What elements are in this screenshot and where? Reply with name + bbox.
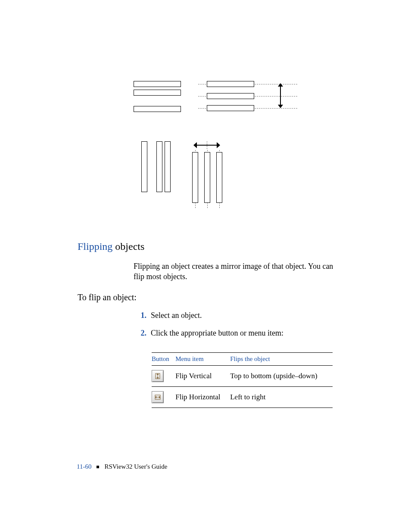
horizontal-spacing-after [192,141,244,208]
spacing-diagrams [134,81,364,208]
step-number: 1. [134,311,146,320]
page-number: 11-60 [77,463,91,470]
vertical-spacing-after [198,81,297,115]
table-header-row: Button Menu item Flips the object [152,352,333,365]
horizontal-spacing-diagram [141,141,364,208]
heading-accent: Flipping [78,241,112,252]
page-content: Flipping objects Flipping an object crea… [0,81,411,408]
flip-vertical-icon [154,373,161,380]
table-row: Flip Vertical Top to bottom (upside–down… [152,365,333,386]
flip-description: Top to bottom (upside–down) [230,365,333,386]
menu-item-label: Flip Vertical [175,365,230,386]
bullet-icon [97,466,99,468]
flip-horizontal-icon [154,394,161,401]
step-number: 2. [134,329,146,338]
flip-description: Left to right [230,386,333,408]
step-text: Select an object. [151,311,202,320]
double-arrow-horizontal-icon [193,142,220,148]
double-arrow-vertical-icon [278,83,283,108]
section-intro: Flipping an object creates a mirror imag… [134,261,340,282]
col-desc: Flips the object [230,352,333,365]
step-1: 1. Select an object. [134,311,364,320]
vertical-spacing-before [134,81,181,112]
flip-horizontal-button[interactable] [152,391,164,403]
page-footer: 11-60 RSView32 User's Guide [77,463,167,470]
vertical-spacing-diagram [134,81,364,115]
step-2: 2. Click the appropriate button or menu … [134,329,364,338]
flip-options-table: Button Menu item Flips the object [152,352,333,408]
menu-item-label: Flip Horizontal [175,386,230,408]
table-row: Flip Horizontal Left to right [152,386,333,408]
col-button: Button [152,352,175,365]
section-heading: Flipping objects [78,241,364,252]
flip-vertical-button[interactable] [152,370,164,382]
heading-rest: objects [112,241,144,252]
step-text: Click the appropriate button or menu ite… [151,329,283,338]
steps-title: To flip an object: [78,292,364,302]
footer-title: RSView32 User's Guide [104,463,167,470]
horizontal-spacing-before [141,141,171,192]
col-menu: Menu item [175,352,230,365]
